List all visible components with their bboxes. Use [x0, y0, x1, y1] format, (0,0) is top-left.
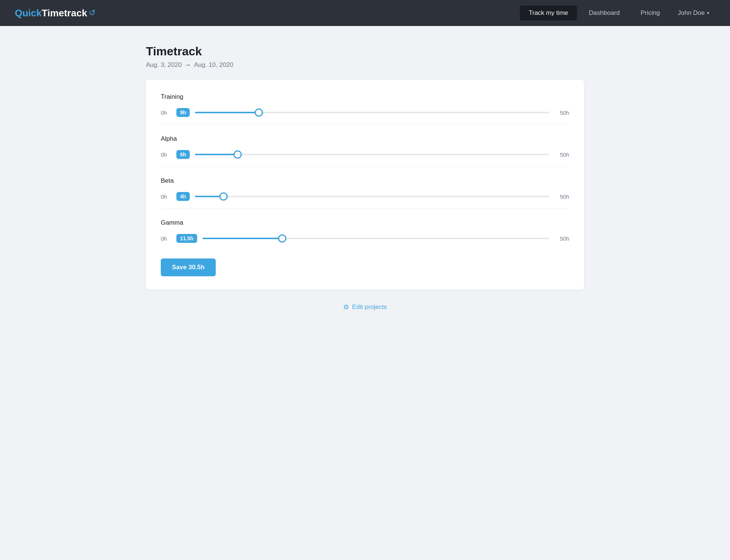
slider-min-alpha: 0h — [161, 152, 171, 158]
slider-max-gamma: 50h — [554, 235, 569, 242]
slider-section-training: Training 0h 9h 50h — [161, 93, 569, 125]
slider-value-beta: 4h — [176, 192, 190, 201]
slider-label-beta: Beta — [161, 177, 569, 185]
slider-wrapper-alpha[interactable] — [195, 146, 549, 163]
slider-section-gamma: Gamma 0h 11.5h 50h — [161, 219, 569, 247]
dashboard-button[interactable]: Dashboard — [580, 6, 629, 20]
slider-section-beta: Beta 0h 4h 50h — [161, 177, 569, 209]
date-range: Aug. 3, 2020 → Aug. 10, 2020 — [146, 61, 584, 69]
slider-min-training: 0h — [161, 110, 171, 116]
navbar: Quick Timetrack ↺ Track my time Dashboar… — [0, 0, 730, 26]
slider-min-gamma: 0h — [161, 235, 171, 242]
date-start: Aug. 3, 2020 — [146, 61, 182, 69]
brand-quick: Quick — [15, 7, 42, 19]
slider-thumb-gamma[interactable] — [278, 234, 286, 242]
edit-projects-button[interactable]: ⚙ Edit projects — [343, 303, 387, 311]
slider-thumb-alpha[interactable] — [234, 150, 242, 159]
slider-max-alpha: 50h — [554, 152, 569, 158]
slider-wrapper-beta[interactable] — [195, 188, 549, 205]
slider-row-alpha: 0h 6h 50h — [161, 146, 569, 163]
save-button[interactable]: Save 30.5h — [161, 258, 216, 276]
slider-max-beta: 50h — [554, 193, 569, 200]
arrow-icon: → — [185, 61, 191, 69]
slider-thumb-training[interactable] — [255, 108, 263, 117]
slider-value-alpha: 6h — [176, 150, 190, 159]
slider-fill-gamma — [202, 238, 282, 239]
slider-track-beta[interactable] — [195, 196, 549, 197]
slider-label-training: Training — [161, 93, 569, 101]
slider-divider — [161, 166, 569, 167]
page-title: Timetrack — [146, 45, 584, 58]
slider-section-alpha: Alpha 0h 6h 50h — [161, 135, 569, 167]
user-name: John Doe — [678, 9, 705, 17]
slider-fill-training — [195, 112, 259, 113]
gear-icon: ⚙ — [343, 303, 349, 311]
brand: Quick Timetrack ↺ — [15, 7, 95, 19]
date-end: Aug. 10, 2020 — [194, 61, 233, 69]
slider-fill-alpha — [195, 154, 237, 155]
slider-row-beta: 0h 4h 50h — [161, 188, 569, 205]
edit-projects-section: ⚙ Edit projects — [146, 303, 584, 311]
slider-wrapper-gamma[interactable] — [202, 230, 549, 247]
user-menu[interactable]: John Doe ▾ — [672, 6, 715, 20]
slider-max-training: 50h — [554, 110, 569, 116]
slider-row-gamma: 0h 11.5h 50h — [161, 230, 569, 247]
slider-track-gamma[interactable] — [202, 238, 549, 239]
slider-label-alpha: Alpha — [161, 135, 569, 143]
sliders-container: Training 0h 9h 50h Alpha 0h 6h — [161, 93, 569, 247]
main-content: Timetrack Aug. 3, 2020 → Aug. 10, 2020 T… — [135, 26, 595, 330]
brand-icon: ↺ — [89, 8, 95, 18]
slider-wrapper-training[interactable] — [195, 104, 549, 121]
pricing-button[interactable]: Pricing — [632, 6, 669, 20]
brand-timetrack: Timetrack — [42, 7, 87, 19]
chevron-down-icon: ▾ — [707, 10, 709, 16]
edit-projects-label: Edit projects — [352, 303, 387, 311]
slider-value-training: 9h — [176, 108, 190, 117]
slider-label-gamma: Gamma — [161, 219, 569, 227]
timetrack-card: Training 0h 9h 50h Alpha 0h 6h — [146, 80, 584, 290]
slider-thumb-beta[interactable] — [219, 192, 228, 201]
slider-track-training[interactable] — [195, 112, 549, 113]
slider-track-alpha[interactable] — [195, 154, 549, 155]
slider-divider — [161, 208, 569, 209]
nav-links: Track my time Dashboard Pricing John Doe… — [520, 6, 715, 20]
slider-divider — [161, 124, 569, 125]
slider-min-beta: 0h — [161, 193, 171, 200]
slider-value-gamma: 11.5h — [176, 234, 197, 243]
track-my-time-button[interactable]: Track my time — [520, 6, 577, 20]
slider-row-training: 0h 9h 50h — [161, 104, 569, 121]
